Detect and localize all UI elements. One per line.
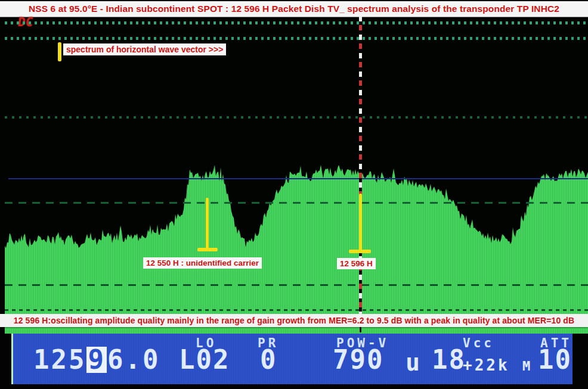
carrier-label-12596: 12 596 H <box>337 258 376 269</box>
m-indicator: M <box>522 360 531 373</box>
grid-dashed-line-340 <box>5 202 588 204</box>
marker-12550-line <box>206 198 209 249</box>
level-marker-line <box>8 178 588 179</box>
pow-v-value: 790 <box>333 347 383 373</box>
lo-value: L02 <box>179 347 230 373</box>
legend-marker-bar <box>58 42 61 61</box>
wave-vector-label: spectrum of horizontal wave vector >>> <box>63 43 226 55</box>
marker-12596-line <box>359 194 362 251</box>
frequency-display[interactable]: 12596.0 <box>33 347 160 373</box>
grid-dashed-line-478 <box>5 284 588 286</box>
pr-value: 0 <box>260 347 277 373</box>
spectrum-analyzer-screenshot: NSS 6 at 95.0°E - Indian subcontinent SP… <box>0 0 588 389</box>
frequency-cursor-digit[interactable]: 9 <box>86 347 107 373</box>
marker-12550-base <box>197 248 218 251</box>
att-value: 10 <box>538 347 572 373</box>
meter-readout-panel: LO PR POW-V Vcc ATT 12596.0 L02 0 790 u … <box>13 332 572 385</box>
carrier-label-12550: 12 550 H : unidentified carrier <box>143 257 262 269</box>
frequency-suffix: 6.0 <box>107 344 160 375</box>
panel-bottom-margin <box>0 384 588 389</box>
pow-unit: u <box>406 350 421 374</box>
center-line-tick <box>360 327 361 332</box>
marker-12596-base <box>349 250 371 253</box>
annotation-bar: 12 596 H:oscillating amplitude quality m… <box>0 314 588 327</box>
grid-dotted-line-520 <box>5 309 588 311</box>
frequency-prefix: 125 <box>33 344 86 375</box>
tone-value: +22k <box>463 357 510 373</box>
center-frequency-cursor-line <box>359 16 362 314</box>
panel-left-margin <box>0 332 11 389</box>
spectrum-bottom-strip <box>5 327 588 334</box>
panel-right-margin <box>572 332 588 389</box>
vcc-label: Vcc <box>463 336 494 350</box>
voltage-value: 18 <box>432 347 466 373</box>
annotation-text: 12 596 H:oscillating amplitude quality m… <box>14 316 574 325</box>
